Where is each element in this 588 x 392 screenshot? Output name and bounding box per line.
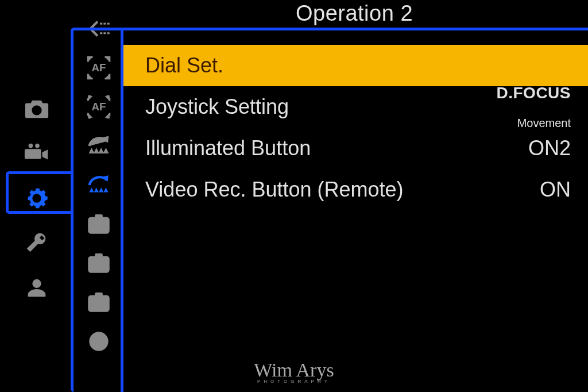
menu-item-label: Joystick Setting — [145, 95, 497, 119]
photo-tab[interactable] — [17, 89, 57, 129]
video-tab[interactable] — [17, 133, 57, 174]
svg-rect-0 — [100, 23, 102, 25]
person-icon — [24, 275, 50, 301]
setup-tab[interactable] — [17, 223, 57, 263]
camera-icon — [24, 95, 50, 122]
content-border-bottom — [71, 211, 123, 392]
gear-icon — [24, 185, 50, 212]
menu-item-value: ON2 — [528, 137, 571, 159]
svg-rect-2 — [107, 23, 110, 25]
mymenu-tab[interactable] — [17, 268, 57, 308]
content-border-top — [71, 28, 123, 214]
svg-rect-1 — [103, 23, 106, 25]
menu-item-video-rec-button-remote[interactable]: Video Rec. Button (Remote) ON — [123, 169, 588, 210]
page-title: Operation 2 — [121, 1, 588, 26]
menu-item-value: ON — [540, 179, 571, 201]
menu-item-joystick-setting[interactable]: Joystick Setting D.FOCUS Movement — [123, 86, 588, 128]
menu-list: Dial Set. Joystick Setting D.FOCUS Movem… — [123, 45, 588, 210]
custom-tab[interactable] — [17, 178, 57, 218]
menu-item-label: Video Rec. Button (Remote) — [145, 178, 540, 202]
menu-item-label: Illuminated Button — [145, 136, 528, 160]
video-camera-icon — [24, 140, 50, 167]
menu-item-value: D.FOCUS Movement — [497, 68, 571, 147]
wrench-icon — [24, 230, 50, 256]
